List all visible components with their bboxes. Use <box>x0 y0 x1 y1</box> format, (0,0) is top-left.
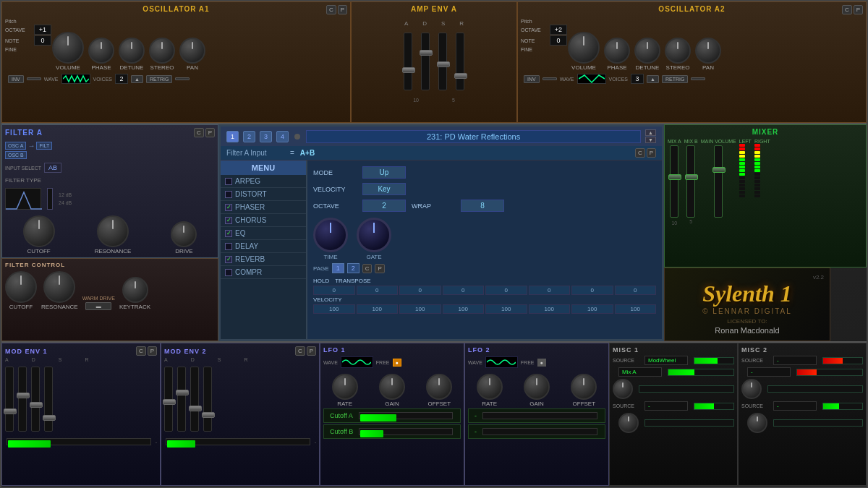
lfo-2-offset-knob[interactable] <box>571 374 597 400</box>
me1-fader-a-track[interactable] <box>5 367 14 432</box>
amp-fader-r-track[interactable] <box>456 33 464 90</box>
me1-fader-r-handle[interactable] <box>43 415 56 421</box>
osc-a1-wave-display[interactable] <box>61 74 90 84</box>
me2-fader-d-handle[interactable] <box>176 390 189 395</box>
me2-fader-r-handle[interactable] <box>202 412 215 418</box>
osc-a2-note-value[interactable]: 0 <box>550 35 567 46</box>
me2-fader-a-handle[interactable] <box>163 399 176 405</box>
mod-env-2-p[interactable]: P <box>307 346 316 356</box>
filter-graph[interactable] <box>5 188 41 210</box>
amp-fader-s-handle[interactable] <box>437 61 450 67</box>
filter-a-c-button[interactable]: C <box>194 128 204 137</box>
misc-2-source-3-value[interactable]: - <box>773 401 817 411</box>
me1-fader-a-handle[interactable] <box>4 408 17 414</box>
warm-drive-button[interactable]: ▬ <box>85 302 111 310</box>
filter-a-resonance-knob[interactable] <box>97 215 129 247</box>
page-2-button[interactable]: 2 <box>347 263 359 273</box>
vel-2[interactable]: 100 <box>399 304 441 314</box>
amp-fader-a-track[interactable] <box>404 33 412 90</box>
filter-a-p-button[interactable]: P <box>205 128 215 137</box>
menu-item-eq[interactable]: ✓ EQ <box>221 227 306 240</box>
display-tab-3[interactable]: 3 <box>260 131 272 142</box>
me1-fader-s-handle[interactable] <box>30 402 43 408</box>
osc-a2-volume-knob[interactable] <box>568 32 600 64</box>
menu-item-delay[interactable]: DELAY <box>221 240 306 253</box>
osc-a2-retrig-toggle[interactable] <box>691 77 705 80</box>
preset-up-button[interactable]: ▲ <box>645 129 656 136</box>
osc-a1-p-button[interactable]: P <box>338 5 347 14</box>
amp-fader-d-handle[interactable] <box>420 50 433 56</box>
mod-env-1-p[interactable]: P <box>148 346 157 356</box>
menu-item-distort[interactable]: DISTORT <box>221 188 306 201</box>
transpose-4[interactable]: 0 <box>485 286 527 295</box>
mod-env-1-c[interactable]: C <box>136 346 146 356</box>
misc-2-source-2-value[interactable]: - <box>747 367 791 377</box>
main-vol-track[interactable] <box>714 145 723 218</box>
me2-fader-r-track[interactable] <box>203 367 212 432</box>
wrap-value[interactable]: 8 <box>461 200 504 212</box>
mix-a-track[interactable] <box>670 145 678 218</box>
lfo-2-free-button[interactable]: ● <box>537 359 546 367</box>
page-1-button[interactable]: 1 <box>332 263 344 273</box>
osc-a2-detune-knob[interactable] <box>634 38 660 64</box>
osc-a1-inv-button[interactable]: INV <box>8 75 24 83</box>
misc-1-knob-2[interactable] <box>618 413 639 433</box>
me1-fader-s-track[interactable] <box>31 367 40 432</box>
delay-checkbox[interactable] <box>225 243 232 250</box>
velocity-param-value[interactable]: Key <box>362 183 406 195</box>
osc-a2-voices-arrow[interactable]: ▲ <box>647 75 659 83</box>
phaser-checkbox[interactable]: ✓ <box>225 204 232 211</box>
menu-item-compr[interactable]: COMPR <box>221 266 306 279</box>
osc-a2-phase-knob[interactable] <box>604 38 630 64</box>
me1-fader-d-track[interactable] <box>18 367 27 432</box>
transpose-5[interactable]: 0 <box>529 286 571 295</box>
misc-1-source-1-value[interactable]: ModWheel <box>644 356 688 365</box>
transpose-0[interactable]: 0 <box>313 286 355 295</box>
display-tab-4[interactable]: 4 <box>276 131 289 142</box>
osc-a2-stereo-knob[interactable] <box>665 38 691 64</box>
osc-a1-c-button[interactable]: C <box>326 5 336 14</box>
me2-fader-a-track[interactable] <box>164 367 173 432</box>
amp-fader-d-track[interactable] <box>421 33 430 90</box>
vel-5[interactable]: 100 <box>529 304 571 314</box>
filter-slider[interactable] <box>47 188 53 210</box>
input-select-value[interactable]: AB <box>44 163 61 173</box>
misc-1-source-2-value[interactable]: Mix A <box>618 367 662 377</box>
vel-0[interactable]: 100 <box>313 304 355 314</box>
menu-item-reverb[interactable]: ✓ REVERB <box>221 253 306 266</box>
page-c-button[interactable]: C <box>362 264 373 273</box>
misc-1-knob[interactable] <box>613 379 633 399</box>
osc-a1-stereo-knob[interactable] <box>149 38 175 64</box>
osc-a2-voices-value[interactable]: 3 <box>631 74 644 84</box>
preset-down-button[interactable]: ▼ <box>645 137 656 143</box>
vel-7[interactable]: 100 <box>615 304 657 314</box>
osc-a2-inv-toggle[interactable] <box>542 77 557 80</box>
menu-item-chorus[interactable]: ✓ CHORUS <box>221 214 306 227</box>
filter-input-p[interactable]: P <box>647 148 656 158</box>
osc-a1-retrig-toggle[interactable] <box>175 77 190 80</box>
osc-a2-retrig-button[interactable]: RETRIG <box>662 75 688 83</box>
octave-param-value[interactable]: 2 <box>362 200 406 212</box>
gate-knob[interactable] <box>357 218 391 252</box>
transpose-3[interactable]: 0 <box>443 286 485 295</box>
vel-1[interactable]: 100 <box>357 304 399 314</box>
osc-a2-c-button[interactable]: C <box>842 5 852 14</box>
eq-checkbox[interactable]: ✓ <box>225 230 232 237</box>
filter-control-cutoff-knob[interactable] <box>5 271 37 303</box>
arpeg-checkbox[interactable] <box>225 178 232 185</box>
osc-a2-pan-knob[interactable] <box>695 38 721 64</box>
me2-fader-s-track[interactable] <box>190 367 199 432</box>
misc-2-source-1-value[interactable]: - <box>773 356 817 365</box>
lfo-1-rate-knob[interactable] <box>332 374 358 400</box>
transpose-7[interactable]: 0 <box>615 286 657 295</box>
vel-6[interactable]: 100 <box>571 304 613 314</box>
osc-a2-wave-display[interactable] <box>577 74 606 84</box>
reverb-checkbox[interactable]: ✓ <box>225 256 232 263</box>
lfo-2-wave-display[interactable] <box>485 356 518 368</box>
me1-fader-d-handle[interactable] <box>17 393 30 398</box>
amp-fader-s-track[interactable] <box>438 33 447 90</box>
osc-a1-pan-knob[interactable] <box>179 38 205 64</box>
osc-a1-retrig-button[interactable]: RETRIG <box>146 75 172 83</box>
osc-a1-octave-value[interactable]: +1 <box>34 25 51 35</box>
chorus-checkbox[interactable]: ✓ <box>225 217 232 224</box>
